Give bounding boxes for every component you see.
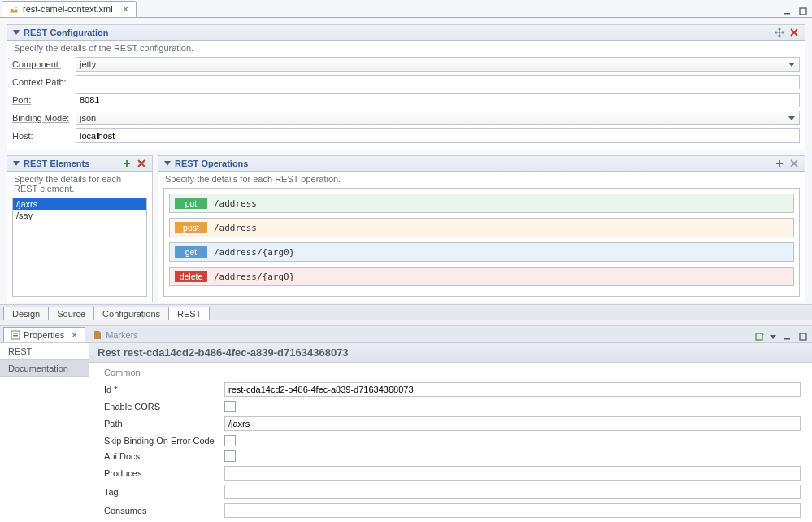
svg-rect-1 [784, 13, 790, 15]
page-tab-design[interactable]: Design [3, 307, 49, 320]
operation-path: /address/{arg0} [214, 272, 294, 282]
maximize-view-icon[interactable] [797, 331, 809, 342]
rest-operations-panel: REST Operations Specify the details for … [158, 155, 805, 302]
rest-elements-panel: REST Elements Specify the details for ea… [7, 155, 153, 302]
label-port: Port: [12, 95, 71, 105]
properties-view: REST Documentation Rest rest-cda14cd2-b4… [0, 343, 812, 522]
chevron-down-icon [788, 114, 796, 122]
minimize-view-icon[interactable] [781, 331, 792, 342]
operation-row[interactable]: get /address/{arg0} [169, 242, 794, 262]
section-header: REST Configuration [7, 25, 805, 41]
binding-mode-select[interactable]: json [76, 111, 800, 125]
remove-element-icon[interactable] [136, 158, 147, 169]
label-id: Id * [104, 385, 218, 394]
move-icon[interactable] [774, 27, 785, 38]
svg-marker-6 [13, 161, 20, 166]
label-api-docs: Api Docs [104, 451, 218, 461]
section-header: REST Elements [7, 156, 152, 172]
rest-configuration-panel: REST Configuration Specify the details o… [7, 24, 805, 150]
svg-point-0 [15, 7, 17, 8]
label-enable-cors: Enable CORS [104, 402, 218, 411]
page-tab-configurations[interactable]: Configurations [93, 307, 169, 320]
svg-rect-10 [13, 335, 18, 337]
twistie-down-icon[interactable] [12, 28, 20, 37]
context-path-input[interactable] [76, 75, 800, 89]
markers-icon [93, 330, 102, 340]
label-host: Host: [12, 131, 71, 141]
label-component: Component: [12, 59, 71, 69]
editor-tab-strip: rest-camel-context.xml ✕ [0, 0, 812, 18]
view-menu-icon[interactable] [770, 335, 776, 339]
operation-row[interactable]: put /address [169, 194, 794, 213]
page-tab-source[interactable]: Source [48, 307, 94, 320]
svg-rect-11 [756, 333, 762, 340]
list-item[interactable]: /say [13, 210, 146, 221]
operations-viewport[interactable]: put /address post /address get /address/… [163, 188, 800, 297]
produces-input[interactable] [224, 466, 801, 481]
twistie-down-icon[interactable] [163, 159, 172, 167]
views-tab-strip: Properties ✕ Markers [0, 325, 812, 343]
host-input[interactable] [76, 128, 800, 143]
label-skip-binding: Skip Binding On Error Code [104, 436, 218, 446]
view-tab-dirty-icon: ✕ [71, 330, 78, 341]
view-tab-properties[interactable]: Properties ✕ [3, 327, 85, 342]
operation-path: /address [214, 198, 257, 209]
section-title: REST Configuration [24, 28, 109, 37]
api-docs-checkbox[interactable] [224, 450, 236, 462]
close-section-icon[interactable] [788, 27, 800, 38]
label-path: Path [104, 419, 218, 428]
operation-path: /address [214, 223, 257, 233]
path-input[interactable] [224, 416, 801, 431]
label-context-path: Context Path: [12, 77, 71, 87]
editor-tab-label: rest-camel-context.xml [23, 4, 113, 14]
method-badge: get [175, 246, 207, 258]
component-select[interactable]: jetty [76, 57, 800, 72]
view-tab-label: Markers [106, 330, 138, 340]
section-title: REST Elements [24, 159, 89, 168]
svg-rect-13 [800, 333, 806, 340]
svg-marker-3 [13, 30, 20, 35]
rest-elements-list[interactable]: /jaxrs /say [12, 198, 147, 297]
method-badge: post [175, 222, 207, 233]
editor-tab[interactable]: rest-camel-context.xml ✕ [2, 1, 137, 17]
page-tab-rest[interactable]: REST [168, 307, 210, 320]
svg-rect-12 [784, 338, 790, 340]
section-subtitle: Specify the details for each REST operat… [158, 172, 805, 188]
editor-tab-dirty-icon: ✕ [122, 4, 129, 15]
svg-marker-4 [788, 63, 795, 67]
view-tab-label: Properties [24, 330, 64, 340]
section-header: REST Operations [158, 156, 805, 172]
operation-row[interactable]: post /address [169, 218, 794, 237]
minimize-editor-icon[interactable] [781, 6, 792, 17]
twistie-down-icon[interactable] [12, 159, 20, 167]
port-input[interactable] [76, 93, 800, 107]
new-view-icon[interactable] [755, 332, 765, 341]
label-produces: Produces [104, 468, 218, 478]
consumes-input[interactable] [224, 503, 801, 518]
skip-binding-checkbox[interactable] [224, 435, 236, 446]
section-title: REST Operations [175, 159, 248, 168]
properties-icon [11, 330, 20, 340]
properties-tab-documentation[interactable]: Documentation [0, 360, 89, 377]
method-badge: put [175, 198, 207, 209]
svg-marker-7 [164, 161, 171, 166]
add-element-icon[interactable] [121, 158, 132, 169]
chevron-down-icon [788, 60, 796, 68]
label-binding-mode: Binding Mode: [12, 113, 71, 123]
list-item[interactable]: /jaxrs [13, 198, 146, 210]
editor-page-tabs: Design Source Configurations REST [0, 304, 812, 320]
maximize-editor-icon[interactable] [797, 6, 809, 17]
properties-tab-rest[interactable]: REST [0, 343, 89, 360]
svg-rect-9 [13, 333, 18, 334]
label-tag: Tag [104, 487, 218, 497]
svg-marker-5 [788, 116, 795, 120]
id-input[interactable] [224, 382, 801, 397]
add-operation-icon[interactable] [774, 158, 785, 169]
operation-row[interactable]: delete /address/{arg0} [169, 267, 794, 286]
tag-input[interactable] [224, 485, 801, 499]
view-tab-markers[interactable]: Markers [85, 327, 145, 342]
section-subtitle: Specify the details of the REST configur… [7, 41, 805, 57]
camel-file-icon [9, 4, 19, 14]
remove-operation-icon[interactable] [788, 158, 800, 169]
enable-cors-checkbox[interactable] [224, 401, 236, 412]
